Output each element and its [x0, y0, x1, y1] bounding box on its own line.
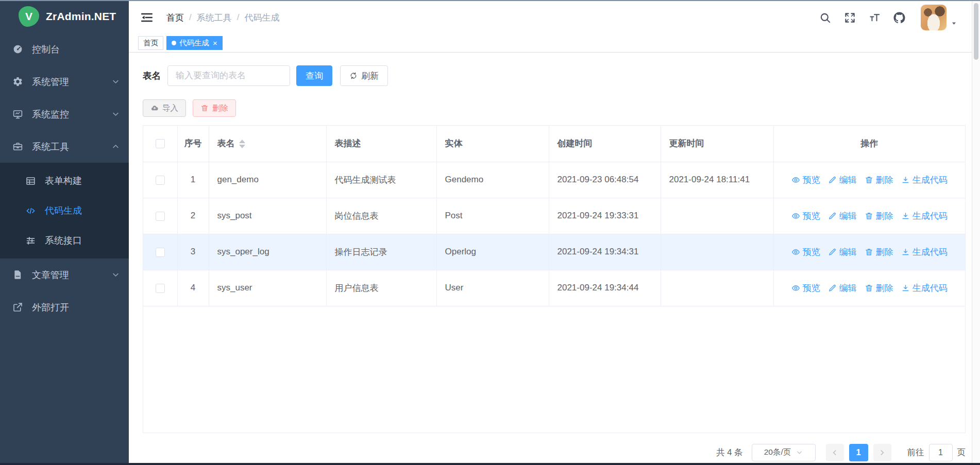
- header-entity: 实体: [436, 126, 549, 162]
- sidebar-item-code-generation[interactable]: 代码生成: [0, 196, 129, 226]
- cell-index: 3: [177, 234, 209, 270]
- trash-icon: [865, 248, 873, 256]
- sidebar-item-system-monitor[interactable]: 系统监控: [0, 98, 129, 130]
- close-icon[interactable]: ×: [213, 39, 217, 47]
- delete-link[interactable]: 删除: [865, 246, 893, 258]
- header-created: 创建时间: [549, 126, 661, 162]
- edit-link[interactable]: 编辑: [828, 282, 857, 294]
- edit-link[interactable]: 编辑: [828, 246, 857, 258]
- search-icon[interactable]: [819, 12, 831, 24]
- scrollbar-thumb[interactable]: [974, 3, 978, 60]
- generate-code-link[interactable]: 生成代码: [901, 210, 948, 222]
- cell-table-name: sys_oper_log: [209, 234, 326, 270]
- pencil-icon: [828, 284, 837, 292]
- search-form: 表名 查询 刷新: [143, 65, 972, 86]
- dashboard-icon: [12, 44, 23, 55]
- preview-link[interactable]: 预览: [791, 174, 820, 186]
- github-icon[interactable]: [893, 12, 905, 24]
- table-header-row: 序号 表名 表描述 实体 创建时间 更新时间 操作: [143, 126, 965, 162]
- breadcrumb-separator: /: [237, 12, 240, 23]
- header-table-name: 表名: [209, 126, 326, 162]
- edit-link[interactable]: 编辑: [828, 174, 857, 186]
- code-gen-table: 序号 表名 表描述 实体 创建时间 更新时间 操作 1 gen_demo 代码: [143, 125, 966, 433]
- table-toolbar: 导入 删除: [143, 99, 972, 117]
- sidebar-item-label: 代码生成: [45, 204, 120, 217]
- cell-entity: Operlog: [436, 234, 549, 270]
- cell-updated: 2021-09-24 18:11:41: [661, 162, 773, 198]
- delete-button[interactable]: 删除: [193, 99, 236, 117]
- sidebar-item-external-open[interactable]: 外部打开: [0, 291, 129, 323]
- document-icon: [12, 269, 23, 280]
- cell-description: 代码生成测试表: [326, 162, 436, 198]
- header-actions: 操作: [773, 126, 965, 162]
- header-index: 序号: [177, 126, 209, 162]
- generate-code-link[interactable]: 生成代码: [901, 246, 948, 258]
- eye-icon: [791, 248, 800, 256]
- import-button[interactable]: 导入: [143, 99, 186, 117]
- tab-home[interactable]: 首页: [138, 36, 163, 50]
- sidebar-item-label: 系统接口: [45, 234, 120, 247]
- preview-link[interactable]: 预览: [791, 282, 820, 294]
- select-all-checkbox[interactable]: [156, 139, 165, 148]
- row-checkbox[interactable]: [156, 248, 165, 257]
- sidebar: V ZrAdmin.NET 控制台 系统管理 系统监控 系统工具 表单构建: [0, 0, 129, 465]
- chevron-down-icon: [112, 78, 120, 85]
- sidebar-item-system-tools[interactable]: 系统工具: [0, 130, 129, 163]
- font-size-icon[interactable]: [869, 12, 881, 24]
- page-size-select[interactable]: 20条/页: [752, 444, 816, 461]
- edit-link[interactable]: 编辑: [828, 210, 857, 222]
- preview-link[interactable]: 预览: [791, 246, 820, 258]
- sidebar-item-article-management[interactable]: 文章管理: [0, 259, 129, 291]
- cell-table-name: sys_user: [209, 270, 326, 306]
- pencil-icon: [828, 176, 837, 184]
- query-button[interactable]: 查询: [296, 65, 332, 86]
- pencil-icon: [828, 212, 837, 220]
- page-number-button[interactable]: 1: [849, 444, 868, 461]
- sort-caret-icon[interactable]: [239, 140, 245, 148]
- refresh-icon: [349, 72, 358, 80]
- cell-index: 1: [177, 162, 209, 198]
- generate-code-link[interactable]: 生成代码: [901, 282, 948, 294]
- table-empty-area: [143, 306, 965, 433]
- delete-link[interactable]: 删除: [865, 210, 893, 222]
- cell-description: 操作日志记录: [326, 234, 436, 270]
- eye-icon: [791, 284, 800, 292]
- sidebar-item-label: 外部打开: [32, 301, 120, 314]
- sidebar-item-dashboard[interactable]: 控制台: [0, 33, 129, 65]
- table-row-highlighted[interactable]: 3 sys_oper_log 操作日志记录 Operlog 2021-09-24…: [143, 234, 965, 270]
- goto-label: 前往: [907, 447, 924, 458]
- form-grid-icon: [25, 176, 36, 186]
- table-row[interactable]: 1 gen_demo 代码生成测试表 Gendemo 2021-09-23 06…: [143, 162, 965, 198]
- app-logo[interactable]: V ZrAdmin.NET: [0, 0, 129, 33]
- delete-link[interactable]: 删除: [865, 282, 893, 294]
- caret-down-icon: [951, 20, 957, 27]
- row-checkbox[interactable]: [156, 212, 165, 221]
- cell-index: 4: [177, 270, 209, 306]
- window-top-edge: [0, 0, 980, 1]
- sidebar-item-label: 表单构建: [45, 175, 120, 187]
- cell-index: 2: [177, 198, 209, 234]
- scrollbar[interactable]: [972, 1, 980, 463]
- table-row[interactable]: 2 sys_post 岗位信息表 Post 2021-09-24 19:33:3…: [143, 198, 965, 234]
- goto-page-input[interactable]: [929, 444, 953, 461]
- sidebar-item-system-api[interactable]: 系统接口: [0, 226, 129, 255]
- preview-link[interactable]: 预览: [791, 210, 820, 222]
- next-page-button[interactable]: [873, 444, 891, 461]
- table-row[interactable]: 4 sys_user 用户信息表 User 2021-09-24 19:34:4…: [143, 270, 965, 306]
- row-checkbox[interactable]: [156, 284, 165, 293]
- fullscreen-icon[interactable]: [844, 12, 856, 24]
- user-avatar[interactable]: [921, 5, 947, 30]
- tab-code-generation[interactable]: 代码生成 ×: [166, 36, 223, 50]
- prev-page-button[interactable]: [826, 444, 844, 461]
- breadcrumb-home[interactable]: 首页: [166, 12, 184, 24]
- sidebar-item-form-builder[interactable]: 表单构建: [0, 166, 129, 196]
- delete-link[interactable]: 删除: [865, 174, 893, 186]
- row-checkbox[interactable]: [156, 176, 165, 185]
- chevron-right-icon: [878, 449, 886, 456]
- user-menu[interactable]: [921, 5, 957, 30]
- generate-code-link[interactable]: 生成代码: [901, 174, 948, 186]
- sidebar-collapse-icon[interactable]: [140, 11, 154, 24]
- sidebar-item-system-management[interactable]: 系统管理: [0, 65, 129, 98]
- refresh-button[interactable]: 刷新: [340, 65, 388, 86]
- table-name-input[interactable]: [167, 65, 290, 86]
